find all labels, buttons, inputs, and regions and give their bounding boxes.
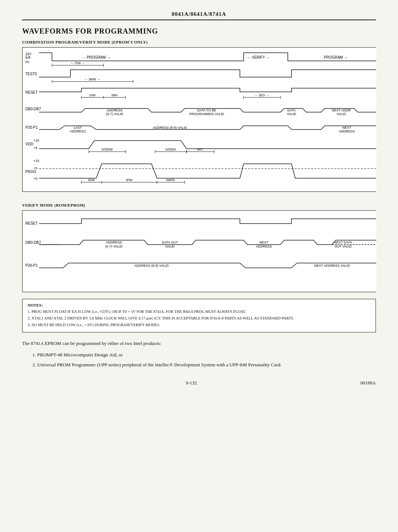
header-title: 8041A/8641A/8741A xyxy=(172,11,226,17)
main-title: WAVEFORMS FOR PROGRAMMING xyxy=(22,27,376,35)
svg-rect-38 xyxy=(22,211,376,292)
svg-text:ADDRESS: ADDRESS xyxy=(256,245,272,248)
svg-text:VALID: VALID xyxy=(165,245,175,248)
svg-text:VALID: VALID xyxy=(287,112,296,116)
notes-title: NOTES: xyxy=(28,303,370,307)
note-item-1: 1. PROG MUST FLOAT IF EA IS LOW (i.e., ≠… xyxy=(28,309,370,315)
vdd-5: +5 xyxy=(34,146,37,150)
section2-label: VERIFY MODE (ROM/EPROM) xyxy=(22,203,376,207)
twt-label: tWT xyxy=(197,148,203,151)
notes-section: NOTES: 1. PROG MUST FLOAT IF EA IS LOW (… xyxy=(22,299,376,332)
waveform1-svg: EA 23V 5V ← PROGRAM → ← VERIFY → PROGRAM… xyxy=(22,48,376,191)
svg-text:OUT VALID: OUT VALID xyxy=(335,245,352,248)
db-label: DB0-DB7 xyxy=(25,107,41,111)
svg-text:ADDRESS: ADDRESS xyxy=(339,129,355,133)
data-out-label: DATA OUT xyxy=(162,241,178,244)
tvddh-label: tVDDH xyxy=(165,148,176,151)
svg-text:PROGRAMMED VALID: PROGRAMMED VALID xyxy=(189,112,224,116)
ttw-label: ← tTW → xyxy=(70,61,85,65)
tdo-label: ← tDO → xyxy=(255,93,269,97)
prog-23: +23 xyxy=(34,159,39,163)
verify-label: ← VERIFY → xyxy=(247,55,270,59)
waveform2-svg: RESET DB0-DB7 ADDRESS (0-7) VALID DATA O… xyxy=(22,211,376,292)
note-item-3: 3. AO MUST BE HELD LOW (i.e., = 0V) DURI… xyxy=(28,322,370,328)
prog-label: PROG xyxy=(25,170,36,174)
waveform1-container: EA 23V 5V ← PROGRAM → ← VERIFY → PROGRAM… xyxy=(22,47,376,192)
vdd-25: +25 xyxy=(34,139,39,142)
twpd-label: tWPD xyxy=(166,178,175,182)
doc-number: 00188A xyxy=(360,380,376,386)
addr-8-9-2-label: ADDRESS (8-9) VALID xyxy=(135,264,169,267)
page: 8041A/8641A/8741A WAVEFORMS FOR PROGRAMM… xyxy=(0,0,398,532)
page-footer: 9-132 00188A xyxy=(22,380,376,386)
p20-label: P20-P1 xyxy=(25,125,38,129)
prog-0: +0 xyxy=(34,177,37,180)
data-prog-label: DATA TO BE xyxy=(197,108,216,112)
reset2-label: RESET xyxy=(25,221,38,225)
reset-label: RESET xyxy=(25,90,38,94)
svg-rect-0 xyxy=(22,48,376,191)
next-address-label: NEXT xyxy=(342,126,352,129)
twa-label: tWA xyxy=(112,93,118,97)
page-header: 8041A/8641A/8741A xyxy=(22,11,376,20)
tww-label: ← tWW → xyxy=(85,77,101,81)
program1-label: ← PROGRAM → xyxy=(82,55,110,59)
note-item-2: 2. XTAL1 AND XTAL 2 DRIVEN BY 3.6 MHz CL… xyxy=(28,315,370,321)
addr-8-9-label: ADDRESS (8-9) VALID xyxy=(153,126,187,129)
ea-23v: 23V xyxy=(25,52,31,56)
data-valid-label: DATA xyxy=(287,108,296,112)
last-address-label: LAST xyxy=(74,126,82,129)
svg-text:(0-7) VALID: (0-7) VALID xyxy=(106,112,123,116)
tdw-label: tDW xyxy=(88,178,95,182)
next-data-label: NEXT DATA xyxy=(334,241,352,244)
ea-label: EA xyxy=(25,55,31,59)
tvddw-label: tVDDW xyxy=(102,148,113,151)
next-addr-label: NEXT ADDR xyxy=(332,108,351,112)
section1-label: COMBINATION PROGRAM/VERIFY MODE (EPROM'S… xyxy=(22,40,376,44)
list-item-1: 1. PROMPT-48 Microcomputer Design Aid, o… xyxy=(32,351,376,359)
list-item-2: 2. Universal PROM Programmer (UPP series… xyxy=(32,361,376,369)
test0-label: TEST0 xyxy=(25,72,37,76)
svg-text:ADDRESS: ADDRESS xyxy=(70,129,86,133)
body-text: The 8741A EPROM can be programmed by eit… xyxy=(22,340,376,348)
db2-label: DB0-DB7 xyxy=(25,241,41,245)
address-valid-label: ADDRESS xyxy=(107,108,123,112)
prog-5: +5 xyxy=(34,166,37,170)
ea-5v: 5V xyxy=(25,60,29,64)
p20-2-label: P20-P1 xyxy=(25,263,38,267)
addr-valid2-label: ADDRESS xyxy=(106,241,122,244)
verify-section: VERIFY MODE (ROM/EPROM) RESET DB0-DB7 AD… xyxy=(22,203,376,292)
next-addr-valid-label: NEXT ADDRESS VALID xyxy=(314,264,350,267)
svg-text:(0-7) VALID: (0-7) VALID xyxy=(105,245,123,248)
vdd-label: VDD xyxy=(25,142,33,146)
next-addr2-label: NEXT xyxy=(259,241,269,244)
page-number: 9-132 xyxy=(186,380,197,386)
tpw-label: tPW xyxy=(126,178,133,182)
program2-label: PROGRAM → xyxy=(324,55,348,59)
waveform2-container: RESET DB0-DB7 ADDRESS (0-7) VALID DATA O… xyxy=(22,210,376,292)
svg-text:VALID: VALID xyxy=(336,112,346,116)
taw-label: tAW xyxy=(90,93,96,97)
